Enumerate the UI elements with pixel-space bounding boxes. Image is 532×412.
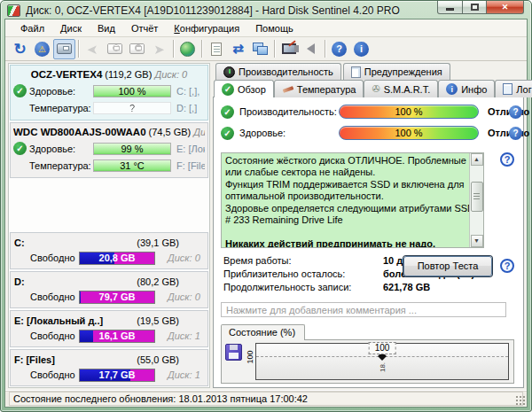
prev-disk-button[interactable]: ➤ bbox=[82, 39, 104, 59]
health-row: ✓ Здоровье: 100 % C: [,], bbox=[13, 82, 205, 99]
total-written-value: 621,78 GB bbox=[383, 282, 430, 292]
partition-name: C: bbox=[14, 237, 137, 248]
main-area: OCZ-VERTEX4 (119,2 GB) Диск: 0 ✓ Здоровь… bbox=[5, 61, 527, 390]
health-label: Здоровье: bbox=[239, 128, 339, 138]
disk-name: WDC WD800AAJS-00WAA0 bbox=[13, 127, 146, 137]
help-button[interactable]: ? bbox=[328, 39, 350, 59]
disk-size: (119,2 GB) bbox=[105, 69, 152, 80]
disk-schedule-button[interactable] bbox=[104, 39, 126, 59]
detail-panel: Производительность Предупреждения ✓ Обзо… bbox=[213, 63, 524, 388]
report-button[interactable] bbox=[205, 39, 227, 59]
partition-size: (39,1 GB) bbox=[137, 237, 179, 248]
window-title: Диск: 0, OCZ-VERTEX4 [A19D1011239012884]… bbox=[26, 4, 400, 17]
info-circle-icon: i bbox=[446, 83, 458, 95]
health-bar: 99 % bbox=[93, 143, 171, 155]
info-row: Продолжительность записи: 621,78 GB bbox=[221, 281, 514, 294]
partition-labels: D: [,] bbox=[176, 103, 197, 113]
partition-size: (55,0 GB) bbox=[137, 354, 179, 365]
temperature-bar: 31 °C bbox=[93, 159, 171, 172]
scroll-down-icon[interactable]: ▼ bbox=[471, 235, 483, 247]
disk-list-panel: OCZ-VERTEX4 (119,2 GB) Диск: 0 ✓ Здоровь… bbox=[8, 63, 210, 388]
disk-card-1[interactable]: WDC WD800AAJS-00WAA0 (74,5 GB) Диск: 1 ✓… bbox=[10, 122, 208, 178]
undo-arrow-icon: ➤ bbox=[87, 43, 98, 56]
status-scrollbar[interactable]: ▲ ▼ bbox=[469, 153, 483, 247]
tab-log[interactable]: Лог bbox=[495, 80, 532, 97]
space-usage-bar: 17,7 GB bbox=[79, 369, 155, 382]
tab-label: S.M.A.R.T. bbox=[384, 84, 431, 95]
temperature-label: Температура: bbox=[29, 160, 93, 171]
partition-name: D: bbox=[14, 276, 137, 287]
detect-disk-button[interactable] bbox=[53, 39, 75, 59]
free-space-value: 20,8 GB bbox=[80, 253, 154, 264]
tab-info[interactable]: i Инфо bbox=[438, 80, 495, 97]
title-bar[interactable]: Диск: 0, OCZ-VERTEX4 [A19D1011239012884]… bbox=[1, 1, 531, 19]
menu-disk[interactable]: Диск bbox=[52, 21, 90, 35]
tab-temperature[interactable]: Температура bbox=[274, 80, 364, 97]
y-axis-tick-label: 100 bbox=[246, 350, 254, 363]
partition-card-e[interactable]: E: [Локальный д..] (19,5 GB) Свободно 16… bbox=[10, 310, 208, 347]
check-badge-icon: ✓ bbox=[135, 44, 142, 51]
disk-size: (74,5 GB) bbox=[149, 127, 192, 137]
minimize-button[interactable] bbox=[437, 1, 463, 14]
maximize-button[interactable] bbox=[463, 1, 487, 14]
space-usage-bar: 16,1 GB bbox=[79, 330, 155, 343]
chart-point-label: 100 bbox=[369, 342, 396, 354]
disk-status-textbox[interactable]: Состояние жёсткого диска ОТЛИЧНОЕ. Пробл… bbox=[221, 152, 484, 248]
resize-grip[interactable] bbox=[516, 396, 525, 405]
free-space-value: 79,7 GB bbox=[80, 292, 154, 303]
performance-row: ✓ Производительность: 100 % Отлично ? bbox=[221, 105, 514, 120]
next-disk-button[interactable]: ➤ bbox=[148, 39, 170, 59]
tab-performance[interactable]: Производительность bbox=[215, 63, 341, 80]
tab-overview[interactable]: ✓ Обзор bbox=[214, 80, 274, 97]
performance-ok-icon: ✓ bbox=[221, 105, 234, 119]
menu-view[interactable]: Вид bbox=[90, 21, 123, 35]
menu-help[interactable]: Помощь bbox=[247, 21, 301, 35]
history-tab[interactable]: Состояние (%) bbox=[221, 324, 305, 340]
help-icon: ? bbox=[332, 42, 347, 57]
menu-configuration[interactable]: Конфигурация bbox=[166, 21, 247, 35]
disk-number: Диск: 1 bbox=[193, 127, 205, 137]
alerts-button[interactable]: ⚠ bbox=[31, 39, 53, 59]
status-help[interactable]: ? bbox=[500, 152, 514, 248]
disk-card-0[interactable]: OCZ-VERTEX4 (119,2 GB) Диск: 0 ✓ Здоровь… bbox=[10, 65, 208, 120]
free-label: Свободно bbox=[30, 292, 79, 302]
tab-alerts[interactable]: Предупреждения bbox=[343, 63, 450, 80]
secondary-tabs: Производительность Предупреждения bbox=[213, 63, 524, 80]
remote-network-button[interactable] bbox=[249, 39, 271, 59]
disk-accept-button[interactable]: ✓ bbox=[126, 39, 148, 59]
scroll-thumb[interactable] bbox=[471, 182, 483, 212]
scroll-up-icon[interactable]: ▲ bbox=[471, 153, 483, 166]
maximize-icon bbox=[471, 4, 479, 11]
network-status-button[interactable] bbox=[176, 39, 199, 59]
history-chart[interactable]: 100 18. bbox=[255, 343, 509, 380]
overview-tab-content: ✓ Производительность: 100 % Отлично ? ✓ … bbox=[213, 97, 524, 388]
menu-file[interactable]: Файл bbox=[12, 21, 52, 35]
tab-smart[interactable]: ✇ S.M.A.R.T. bbox=[364, 80, 438, 97]
toolbar-separator bbox=[78, 40, 79, 58]
refresh-button[interactable]: ↻ bbox=[9, 39, 31, 59]
globe-icon bbox=[180, 42, 195, 57]
sound-button[interactable] bbox=[300, 39, 322, 59]
menu-report[interactable]: Отчёт bbox=[123, 21, 166, 35]
check-icon: ✓ bbox=[222, 83, 234, 96]
partition-name: E: [Локальный д..] bbox=[14, 315, 137, 326]
partition-disk-number: Диск: 1 bbox=[168, 369, 200, 380]
speaker-icon bbox=[307, 43, 315, 54]
comment-input[interactable]: Нажмите для добавления комментария ... bbox=[221, 302, 506, 317]
retest-button[interactable]: Повтор Теста bbox=[403, 256, 492, 276]
about-button[interactable]: i bbox=[350, 39, 372, 59]
sync-button[interactable]: ⇄ bbox=[227, 39, 249, 59]
partition-card-c[interactable]: C: (39,1 GB) Свободно 20,8 GB Диск: 0 bbox=[10, 232, 208, 269]
toolbar-separator bbox=[173, 40, 174, 58]
health-rating: Отлично ? bbox=[488, 128, 529, 138]
retest-help-icon[interactable]: ? bbox=[500, 259, 514, 273]
total-written-label: Продолжительность записи: bbox=[223, 282, 383, 292]
close-button[interactable]: ✕ bbox=[487, 1, 524, 14]
health-label: Здоровье: bbox=[29, 86, 93, 97]
partition-card-f[interactable]: F: [Files] (55,0 GB) Свободно 17,7 GB Ди… bbox=[10, 349, 208, 386]
toolbar-separator bbox=[274, 40, 275, 58]
partition-card-d[interactable]: D: (80,2 GB) Свободно 79,7 GB Диск: 0 bbox=[10, 271, 208, 308]
status-help-icon: ? bbox=[500, 152, 514, 167]
save-chart-icon[interactable] bbox=[225, 344, 242, 361]
history-chart-panel: 100 100 18. bbox=[221, 339, 514, 384]
